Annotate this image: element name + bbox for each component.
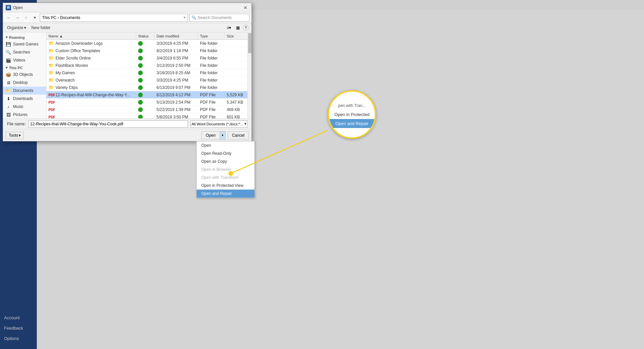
back-button[interactable]: ← [5,14,12,21]
help-button[interactable]: ? [243,25,249,31]
file-date-cell: 8/2/2019 1:18 PM [154,47,198,54]
file-date-cell: 5/22/2019 1:39 PM [154,106,198,113]
downloads-label: Downloads [13,96,33,101]
file-date-cell: 3/4/2019 6:55 PM [154,54,198,62]
filetype-arrow: ▾ [244,122,246,126]
zoom-circle-annotation: pen with Tran... Open in Protected Open … [328,90,376,139]
thispc-header[interactable]: ▾ This PC [3,64,46,71]
options-item[interactable]: Options [4,335,19,342]
file-row[interactable]: PDF5/13/2019 2:54 PMPDF File5,347 KB [46,99,251,106]
open-dropdown-arrow[interactable]: ▾ [220,131,226,140]
file-name-cell: PDF [46,113,136,118]
desktop-item[interactable]: 🖥 Desktop [3,79,46,87]
file-row[interactable]: 📁My Games3/16/2019 8:25 AMFile folder [46,69,251,77]
file-name-text: My Games [56,71,75,75]
file-row[interactable]: PDF12-Recipes-that-Will-Change-the-Way-Y… [46,91,251,99]
dropdown-item[interactable]: Open [197,141,254,149]
file-name-cell: PDF [46,99,136,106]
file-date-cell: 6/12/2019 4:12 PM [154,91,198,98]
file-status-cell [136,54,154,62]
filetype-select[interactable]: All Word Documents (*.docx;*... ▾ [191,120,247,128]
dropdown-item: Open in Browser [197,165,254,173]
roaming-label: Roaming [9,35,25,39]
new-folder-button[interactable]: New folder [30,25,52,31]
recent-button[interactable]: ▾ [31,14,38,21]
file-name-text: Elder Scrolls Online [56,56,91,61]
file-name-text: FlashBack Movies [56,63,88,68]
account-item[interactable]: Account [4,314,20,322]
forward-button[interactable]: → [14,14,21,21]
organize-button[interactable]: Organize ▾ [6,25,27,31]
videos-item[interactable]: 🎬 Videos [3,56,46,64]
status-icon [138,115,143,119]
pdf-icon: PDF [48,100,54,105]
downloads-item[interactable]: ⬇ Downloads [3,95,46,103]
view-dropdown-button[interactable]: ≡▾ [225,24,233,31]
dialog-title-left: W Open [6,5,23,10]
file-row[interactable]: 📁FlashBack Movies3/12/2019 2:50 PMFile f… [46,62,251,69]
col-type-header[interactable]: Type [198,32,225,39]
filename-input[interactable] [28,120,188,128]
file-row[interactable]: 📁Custom Office Templates8/2/2019 1:18 PM… [46,47,251,54]
pdf-icon: PDF [48,107,54,112]
col-name-label: Name [48,34,58,38]
file-row[interactable]: PDF5/22/2019 1:39 PMPDF File469 KB [46,106,251,113]
organize-label: Organize [7,25,23,30]
file-status-cell [136,69,154,76]
address-path-text: This PC › Documents [42,15,80,20]
status-icon [138,93,143,97]
scrollbar-thumb[interactable] [248,33,251,53]
open-button[interactable]: Open [201,131,219,139]
feedback-item[interactable]: Feedback [4,324,23,332]
file-date-cell: 5/13/2019 2:54 PM [154,99,198,106]
file-status-cell [136,106,154,113]
pictures-item[interactable]: 🖼 Pictures [3,111,46,118]
dialog-close-button[interactable]: ✕ [242,4,249,11]
music-item[interactable]: ♪ Music [3,103,46,111]
dropdown-item[interactable]: Open Read-Only [197,149,254,157]
dropdown-item[interactable]: Open as Copy [197,157,254,165]
filename-bar: File name: All Word Documents (*.docx;*.… [3,118,251,129]
up-button[interactable]: ↑ [22,14,30,21]
searches-item[interactable]: 🔍 Searches [3,48,46,56]
col-status-header[interactable]: Status [136,32,154,39]
file-status-cell [136,47,154,54]
dropdown-item[interactable]: Open and Repair [197,190,254,198]
file-status-cell [136,84,154,91]
address-path[interactable]: This PC › Documents ▾ [40,14,188,22]
new-folder-label: New folder [31,25,50,30]
filetype-label: All Word Documents (*.docx;*... [192,122,243,126]
file-row[interactable]: PDF5/8/2019 3:50 PMPDF File601 KB [46,113,251,118]
file-row[interactable]: 📁Amazon Downloader Logs3/3/2019 4:25 PMF… [46,40,251,47]
col-type-label: Type [200,34,208,38]
3dobjects-item[interactable]: 📦 3D Objects [3,71,46,79]
saved-games-item[interactable]: 💾 Saved Games [3,40,46,48]
scrollbar-track[interactable] [247,32,251,118]
roaming-header[interactable]: ▾ Roaming [3,34,46,40]
cancel-button[interactable]: Cancel [228,131,249,139]
status-icon [138,48,143,53]
tools-button[interactable]: Tools ▾ [6,132,24,139]
file-status-cell [136,113,154,118]
dropdown-item[interactable]: Open in Protected View [197,182,254,190]
file-row[interactable]: 📁Overwatch3/3/2019 4:25 PMFile folder [46,77,251,84]
file-type-cell: PDF File [198,113,225,118]
documents-item[interactable]: 📁 Documents [3,87,46,95]
status-icon [138,107,143,112]
file-name-cell: 📁Custom Office Templates [46,47,136,54]
file-row[interactable]: 📁Variety Clips6/13/2019 9:07 PMFile fold… [46,84,251,91]
documents-icon: 📁 [6,88,11,93]
file-type-cell: File folder [198,69,225,76]
file-row[interactable]: 📁Elder Scrolls Online3/4/2019 6:55 PMFil… [46,54,251,62]
folder-icon: 📁 [48,41,54,46]
file-name-cell: 📁Elder Scrolls Online [46,54,136,62]
layout-button[interactable]: ▦ [234,24,241,31]
open-dropdown-menu: OpenOpen Read-OnlyOpen as CopyOpen in Br… [196,141,255,198]
dialog-left-panel: ▾ Roaming 💾 Saved Games 🔍 Searches 🎬 Vid… [3,32,46,118]
pdf-icon: PDF [48,114,54,119]
status-icon [138,41,143,46]
col-date-header[interactable]: Date modified [154,32,198,39]
pictures-icon: 🖼 [6,112,11,117]
col-name-header[interactable]: Name ▲ [46,32,136,39]
search-box[interactable]: 🔍 Search Documents [189,14,249,22]
